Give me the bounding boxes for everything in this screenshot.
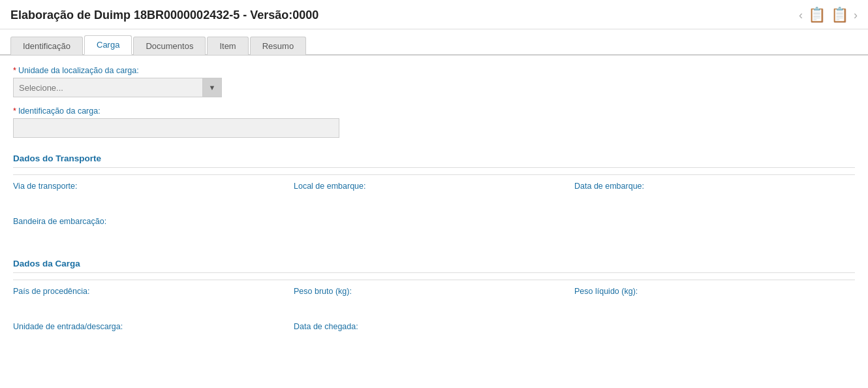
via-transporte-col: Via de transporte: bbox=[13, 182, 294, 206]
data-embarque-label: Data de embarque: bbox=[574, 182, 842, 191]
bandeira-embarcacao-label: Bandeira de embarcação: bbox=[13, 217, 281, 226]
via-transporte-value bbox=[13, 193, 281, 206]
peso-liquido-label: Peso líquido (kg): bbox=[574, 287, 842, 296]
local-embarque-col: Local de embarque: bbox=[294, 182, 574, 206]
page-title: Elaboração de Duimp 18BR0000002432-5 - V… bbox=[10, 8, 318, 22]
carga-row-2: Unidade de entrada/descarga: Data de che… bbox=[13, 322, 855, 347]
tab-item[interactable]: Item bbox=[207, 37, 248, 55]
clipboard2-icon[interactable]: 📋 bbox=[831, 7, 848, 24]
main-content: *Unidade da localização da carga: ▼ *Ide… bbox=[0, 56, 868, 368]
required-star-1: * bbox=[13, 66, 16, 75]
tab-carga[interactable]: Carga bbox=[84, 35, 132, 55]
data-embarque-col: Data de embarque: bbox=[574, 182, 855, 206]
unidade-localizacao-select-wrapper: ▼ bbox=[13, 78, 222, 97]
unidade-entrada-value bbox=[13, 334, 281, 347]
peso-liquido-value bbox=[574, 299, 842, 312]
peso-bruto-value bbox=[294, 299, 561, 312]
peso-liquido-col: Peso líquido (kg): bbox=[574, 287, 855, 312]
pais-procedencia-label: País de procedência: bbox=[13, 287, 281, 296]
unidade-entrada-col: Unidade de entrada/descarga: bbox=[13, 322, 294, 347]
tab-resumo[interactable]: Resumo bbox=[250, 37, 306, 55]
prev-icon[interactable]: ‹ bbox=[799, 8, 803, 22]
section-carga-header: Dados da Carga bbox=[13, 252, 855, 273]
placeholder-col-1 bbox=[294, 217, 574, 242]
tab-identificacao[interactable]: Identificação bbox=[10, 37, 83, 55]
bandeira-embarcacao-value bbox=[13, 229, 281, 242]
dropdown-arrow-icon: ▼ bbox=[209, 84, 216, 91]
unidade-localizacao-group: *Unidade da localização da carga: ▼ bbox=[13, 66, 855, 97]
placeholder-col-3 bbox=[574, 322, 855, 347]
unidade-localizacao-label: *Unidade da localização da carga: bbox=[13, 66, 855, 75]
data-chegada-label: Data de chegada: bbox=[294, 322, 561, 331]
peso-bruto-label: Peso bruto (kg): bbox=[294, 287, 561, 296]
bandeira-embarcacao-col: Bandeira de embarcação: bbox=[13, 217, 294, 242]
via-transporte-label: Via de transporte: bbox=[13, 182, 281, 191]
section-transporte-header: Dados do Transporte bbox=[13, 147, 855, 168]
next-icon[interactable]: › bbox=[854, 8, 858, 22]
section-transporte: Dados do Transporte Via de transporte: L… bbox=[13, 147, 855, 242]
transporte-row-1: Via de transporte: Local de embarque: Da… bbox=[13, 182, 855, 206]
clipboard1-icon[interactable]: 📋 bbox=[808, 7, 826, 24]
transporte-row-2: Bandeira de embarcação: bbox=[13, 217, 855, 242]
carga-row-1: País de procedência: Peso bruto (kg): Pe… bbox=[13, 287, 855, 312]
header-actions: ‹ 📋 📋 › bbox=[799, 7, 858, 24]
tab-bar: Identificação Carga Documentos Item Resu… bbox=[0, 29, 868, 56]
unidade-entrada-label: Unidade de entrada/descarga: bbox=[13, 322, 281, 331]
pais-procedencia-col: País de procedência: bbox=[13, 287, 294, 312]
identificacao-carga-label: *Identificação da carga: bbox=[13, 106, 855, 116]
unidade-localizacao-input[interactable] bbox=[13, 78, 202, 97]
unidade-localizacao-dropdown-btn[interactable]: ▼ bbox=[202, 78, 222, 97]
local-embarque-value bbox=[294, 193, 561, 206]
placeholder-col-2 bbox=[574, 217, 855, 242]
data-chegada-value bbox=[294, 334, 561, 347]
divider-transporte bbox=[13, 174, 855, 175]
identificacao-carga-input[interactable] bbox=[13, 118, 339, 138]
data-chegada-col: Data de chegada: bbox=[294, 322, 574, 347]
data-embarque-value bbox=[574, 193, 842, 206]
section-carga: Dados da Carga País de procedência: Peso… bbox=[13, 252, 855, 347]
local-embarque-label: Local de embarque: bbox=[294, 182, 561, 191]
peso-bruto-col: Peso bruto (kg): bbox=[294, 287, 574, 312]
page-header: Elaboração de Duimp 18BR0000002432-5 - V… bbox=[0, 0, 868, 29]
pais-procedencia-value bbox=[13, 299, 281, 312]
required-star-2: * bbox=[13, 106, 16, 116]
identificacao-carga-group: *Identificação da carga: bbox=[13, 106, 855, 138]
tab-documentos[interactable]: Documentos bbox=[133, 37, 206, 55]
divider-carga bbox=[13, 280, 855, 280]
